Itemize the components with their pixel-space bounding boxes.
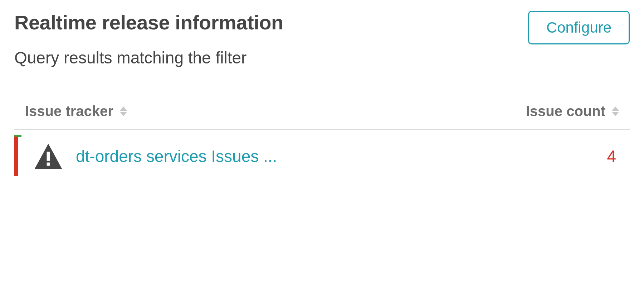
panel-subtitle: Query results matching the filter <box>14 48 630 67</box>
column-label: Issue tracker <box>25 103 113 119</box>
table-header: Issue tracker Issue count <box>14 103 630 130</box>
table-row[interactable]: dt-orders services Issues ... 4 <box>14 130 630 182</box>
sort-icon <box>612 106 619 116</box>
svg-rect-0 <box>47 152 50 161</box>
column-header-issue-tracker[interactable]: Issue tracker <box>25 103 127 119</box>
sort-icon <box>120 106 127 116</box>
issue-count-value: 4 <box>607 147 619 166</box>
column-label: Issue count <box>526 103 605 119</box>
warning-icon <box>34 144 62 169</box>
configure-button[interactable]: Configure <box>528 11 630 44</box>
column-header-issue-count[interactable]: Issue count <box>526 103 619 119</box>
status-indicator-bar <box>14 137 18 176</box>
issue-tracker-link[interactable]: dt-orders services Issues ... <box>76 147 277 166</box>
svg-rect-1 <box>47 163 50 166</box>
panel-title: Realtime release information <box>14 11 283 34</box>
